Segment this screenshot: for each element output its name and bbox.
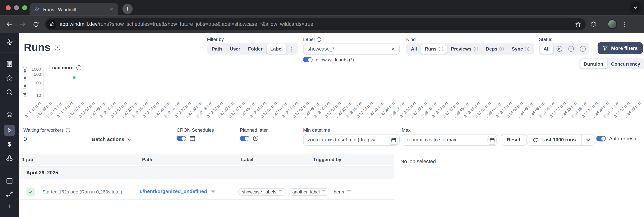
tab-close-icon[interactable]: ✕ [109, 6, 114, 12]
filter-by-segmented-control: PathUserFolderLabel⋮ [207, 43, 298, 54]
filter-by-label: Filter by [207, 37, 224, 42]
filter-by-path-icon[interactable] [211, 190, 215, 194]
sidebar-item-favorites[interactable] [0, 74, 19, 82]
chart-x-axis[interactable] [43, 99, 640, 99]
filter-by-option-label: Path [212, 46, 222, 51]
last-runs-dropdown-icon[interactable] [582, 135, 595, 145]
run-path-link[interactable]: u/henri/organized_undefined [140, 189, 207, 195]
planned-later-label: Planned later [240, 127, 268, 132]
tab-search-button[interactable] [630, 2, 641, 13]
allow-wildcards-control: allow wildcards (*) [303, 57, 354, 62]
max-datetime-field: zoom x axis to set max [402, 134, 498, 146]
filter-by-option-label[interactable]: Label [266, 44, 286, 53]
filter-by-more-options-icon[interactable]: ⋮ [287, 44, 297, 53]
bookmark-icon[interactable] [575, 21, 584, 27]
sidebar-item-schedules[interactable] [0, 177, 19, 185]
planned-later-toggle[interactable] [240, 136, 249, 141]
triggered-by-cell: henri [334, 190, 351, 195]
status-option-label: All [544, 46, 550, 51]
runs-info-icon[interactable]: i [55, 45, 60, 50]
site-info-icon[interactable] [47, 19, 56, 29]
address-bar[interactable]: app.windmill.dev/runs?show_schedules=tru… [45, 18, 586, 30]
min-datetime-input[interactable]: zoom x axis to set min (drag wi [303, 134, 400, 146]
back-icon[interactable] [4, 19, 15, 30]
chrome-menu-icon[interactable]: ⋮ [620, 21, 629, 27]
filter-by-label-icon[interactable] [322, 190, 326, 194]
minimize-window-button[interactable] [14, 5, 19, 10]
sidebar-item-home[interactable] [0, 111, 19, 118]
extensions-icon[interactable] [588, 19, 599, 30]
kind-option-sync[interactable]: Synci [508, 44, 534, 53]
clock-icon [252, 135, 259, 141]
y-tick-label: 500 [27, 72, 41, 77]
chart-data-point[interactable] [73, 76, 76, 79]
min-calendar-icon[interactable] [389, 136, 398, 145]
runs-page: Runs i Filter by PathUserFolderLabel⋮ La… [19, 33, 644, 217]
run-status-text: Started 162s ago (Ran in 0,263s total) [42, 190, 122, 195]
label-pill-text: showcase_labels [242, 190, 276, 195]
status-running-icon[interactable]: ▶ [554, 44, 565, 53]
chart-y-axis-label: job duration (ms) [22, 57, 27, 106]
filter-by-label-icon[interactable] [278, 190, 282, 194]
allow-wildcards-toggle[interactable] [303, 57, 312, 62]
last-runs-split-button: Last 1000 runs [527, 134, 595, 146]
filter-by-option-folder[interactable]: Folder [244, 44, 266, 53]
auto-refresh-control: Auto-refresh [596, 136, 636, 141]
status-success-icon[interactable]: ✓ [566, 44, 577, 53]
last-runs-button[interactable]: Last 1000 runs [527, 135, 581, 145]
label-pill[interactable]: showcase_labels [238, 188, 286, 196]
max-calendar-icon[interactable] [488, 136, 496, 145]
screen: Runs | Windmill ✕ + app.windmill.dev/run… [0, 0, 644, 217]
y-tick-label: 1000 [27, 66, 41, 71]
label-pill[interactable]: another_label [289, 188, 330, 196]
filter-by-user-icon[interactable] [347, 190, 351, 194]
label-info-icon[interactable]: i [317, 37, 321, 42]
label-pill-text: another_label [292, 190, 320, 195]
status-segmented-control: All▶✓! [539, 43, 590, 54]
load-more-button[interactable]: Load more i [49, 65, 81, 70]
reload-icon[interactable] [30, 19, 41, 30]
load-more-info-icon[interactable]: i [76, 65, 81, 70]
filter-by-option-user[interactable]: User [226, 44, 244, 53]
new-tab-button[interactable]: + [122, 4, 133, 14]
table-row[interactable]: Started 162s ago (Ran in 0,263s total) u… [19, 185, 394, 200]
filter-by-option-path[interactable]: Path [208, 44, 226, 53]
windmill-sidebar-logo-icon[interactable] [0, 38, 19, 46]
kind-option-previews[interactable]: Previewsi [447, 44, 482, 53]
status-success-icon: ✓ [568, 46, 574, 52]
auto-refresh-toggle[interactable] [596, 136, 606, 141]
sidebar-item-variables[interactable]: $ [0, 141, 19, 148]
kind-option-deps[interactable]: Depsi [482, 44, 508, 53]
kind-option-runs[interactable]: Runsi [421, 44, 447, 53]
forward-icon[interactable] [17, 19, 28, 30]
sidebar-item-add[interactable]: + [0, 203, 19, 210]
label-filter-input[interactable]: showcase_* ✕ [303, 43, 400, 54]
info-icon: i [525, 46, 530, 51]
column-triggered-by: Triggered by [313, 157, 341, 162]
zoom-window-button[interactable] [22, 5, 27, 10]
waiting-workers-info-icon[interactable]: i [66, 128, 70, 132]
view-option-duration[interactable]: Duration [580, 59, 607, 68]
clear-label-icon[interactable]: ✕ [392, 46, 395, 51]
max-datetime-input[interactable]: zoom x axis to set max [402, 134, 498, 146]
chart-y-axis [43, 69, 44, 99]
filter-by-option-label: User [230, 46, 240, 51]
browser-tab[interactable]: Runs | Windmill ✕ [30, 3, 118, 15]
more-filters-button[interactable]: More filters [598, 42, 643, 54]
sidebar-item-workspace[interactable] [0, 60, 19, 68]
status-failure-icon[interactable]: ! [577, 44, 588, 53]
y-tick-label: 100 [27, 80, 41, 85]
cron-schedules-toggle[interactable] [176, 136, 186, 141]
view-option-concurrency[interactable]: Concurrency [608, 59, 644, 68]
reset-button[interactable]: Reset [501, 134, 526, 146]
sidebar-item-workers[interactable] [0, 190, 19, 198]
status-option-all[interactable]: All [540, 44, 553, 53]
sidebar-item-runs[interactable] [0, 125, 19, 136]
sidebar-item-resources[interactable] [0, 155, 19, 162]
status-failure-icon: ! [580, 46, 586, 52]
sidebar-item-search[interactable] [0, 89, 19, 96]
profile-avatar[interactable] [608, 19, 617, 29]
batch-actions-button[interactable]: Batch actions [92, 137, 131, 142]
close-window-button[interactable] [6, 5, 11, 10]
kind-option-all[interactable]: All [407, 44, 421, 53]
